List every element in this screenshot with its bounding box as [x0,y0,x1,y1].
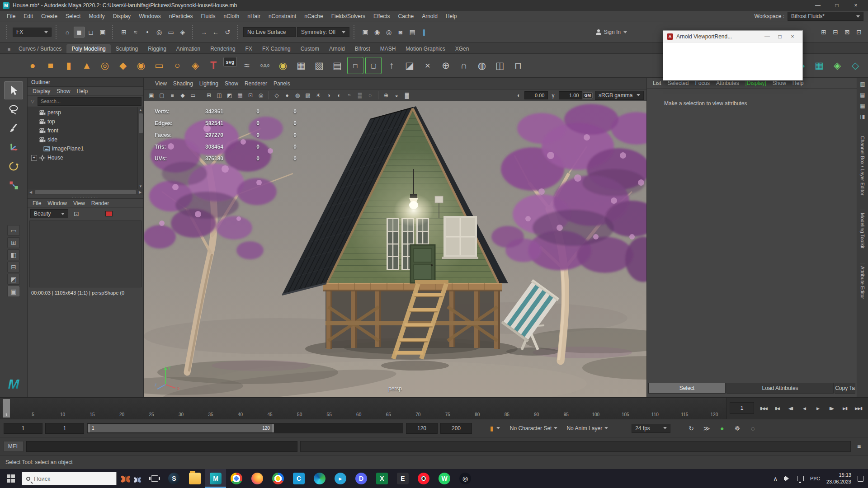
grid-icon[interactable]: ⊞ [204,90,214,100]
range-slider-handle[interactable]: 1 120 [88,424,274,432]
attribute-editor-menu-item[interactable]: [Display] [742,80,769,86]
firefox[interactable] [247,469,268,488]
menu-item[interactable]: Modify [85,11,108,22]
film-gate-icon[interactable]: ◫ [214,90,224,100]
menu-item[interactable]: nParticles [165,11,197,22]
menu-item[interactable]: Windows [135,11,165,22]
snap-to-grid-icon[interactable]: ⊞ [118,27,129,38]
menu-item[interactable]: Edit [19,11,37,22]
shelf-tab[interactable]: Poly Modeling [66,44,110,53]
multi-cut-icon[interactable]: × [420,57,436,74]
scale-tool[interactable] [4,176,23,194]
close-button[interactable]: × [846,0,865,11]
remesh-icon[interactable]: ▦ [811,57,827,74]
obs[interactable]: ◎ [455,469,476,488]
outliner-menu-item[interactable]: Help [73,88,91,94]
menu-item[interactable]: Fields/Solvers [327,11,369,22]
clock[interactable]: 15:13 23.06.2023 [826,472,851,485]
menu-item[interactable]: Select [61,11,85,22]
display-mode-dropdown[interactable]: Beauty [30,209,68,218]
ssao-icon[interactable]: ◐ [334,90,344,100]
expander-icon[interactable] [31,128,37,134]
expander-icon[interactable] [31,110,37,116]
network-icon[interactable] [797,476,804,481]
curve-display-icon[interactable]: ⊟ [830,27,841,38]
persp-outliner-layout-button[interactable]: ◧ [7,249,20,260]
toggle-channel-box-icon[interactable]: ▥ [858,80,867,89]
menu-item[interactable]: Create [37,11,61,22]
vs-code[interactable]: C [288,469,309,488]
poly-pyramid-icon[interactable]: ◆ [115,57,131,74]
svg-tool-icon[interactable]: svg [223,57,237,67]
animation-start-field[interactable]: 1 [4,423,42,434]
use-all-lights-icon[interactable]: ☀ [313,90,323,100]
render-view-menu-item[interactable]: View [70,200,88,206]
mute-animation-icon[interactable]: ◌ [747,423,758,434]
highlight-selection-icon[interactable]: ▣ [97,27,108,38]
poly-cone-icon[interactable]: ▲ [79,57,95,74]
excel[interactable]: X [372,469,392,488]
view-transform-icon[interactable]: GM [583,92,593,99]
select-by-object-icon[interactable]: ◼ [74,27,85,38]
mirror-icon[interactable]: ◫ [492,57,508,74]
language-indicator[interactable]: РУС [810,476,820,481]
menu-item[interactable]: nCloth [220,11,244,22]
image-plane-icon[interactable]: ▭ [188,90,198,100]
shelf-tab[interactable]: Curves / Surfaces [14,44,66,53]
extrude-icon[interactable]: ↑ [383,57,400,74]
shelf-tab[interactable]: Bifrost [350,44,375,53]
pause-viewport-icon[interactable]: ∥ [419,27,429,38]
render-view-menu-item[interactable]: File [29,200,44,206]
render-current-frame-icon[interactable]: ◉ [372,27,382,38]
range-slider[interactable]: 1 120 [87,423,403,433]
expander-icon[interactable] [31,119,37,125]
viewport-menu-item[interactable]: Lighting [196,80,222,87]
anim-layer-dropdown[interactable]: No Anim Layer [566,425,608,432]
play-forwards-button[interactable]: ▶ [811,402,825,415]
make-live-icon[interactable]: ◈ [177,27,188,38]
snap-to-curve-icon[interactable]: ≈ [130,27,141,38]
reduce-icon[interactable]: ◇ [847,57,863,74]
menu-item[interactable]: nCache [300,11,327,22]
menu-item[interactable]: Help [442,11,461,22]
animation-preferences-icon[interactable]: ☸ [732,423,743,434]
shelf-tab[interactable]: FX [241,44,257,53]
input-connections-icon[interactable]: → [198,27,209,38]
grip-handle[interactable] [192,25,194,39]
expander-icon[interactable] [36,146,42,152]
shelf-tab[interactable]: Rigging [143,44,171,53]
target-weld-icon[interactable]: ⊕ [438,57,454,74]
range-pin-icon[interactable]: ▮ [490,425,494,432]
opera[interactable]: O [413,469,434,488]
snap-to-point-icon[interactable]: • [142,27,153,38]
grip-handle[interactable] [237,25,239,39]
sculpt-tool-icon[interactable]: ◉ [275,57,291,74]
render-view-canvas[interactable] [29,221,142,287]
playback-start-field[interactable]: 1 [45,423,84,434]
outliner-menu-item[interactable]: Display [29,88,53,94]
character-set-dropdown[interactable]: No Character Set [510,425,558,432]
safe-action-icon[interactable]: ◎ [256,90,266,100]
poly-sphere-icon[interactable]: ● [24,57,41,74]
attribute-editor-menu-item[interactable]: Help [789,80,807,86]
poly-cube-icon[interactable]: ■ [42,57,59,74]
smooth-shade-icon[interactable]: ● [282,90,292,100]
menu-item[interactable]: Display [109,11,135,22]
bevel-icon[interactable]: ◪ [401,57,418,74]
shelf-tab[interactable]: Rendering [205,44,240,53]
paint-skin-weights-icon[interactable]: ▢ [365,57,382,74]
steam[interactable]: S [164,469,184,488]
menu-item[interactable]: nHair [243,11,264,22]
gamma-icon[interactable]: γ [548,90,558,100]
grip-handle[interactable] [6,25,9,39]
render-view-menu-item[interactable]: Render [88,200,112,206]
multisample-icon[interactable]: ⊕ [381,90,391,100]
xray-icon[interactable]: ▒ [355,90,365,100]
scrollbar-thumb[interactable] [139,113,143,133]
step-back-key-button[interactable]: ◀▮ [784,402,797,415]
outliner-item[interactable]: + House [28,153,143,162]
sign-in-button[interactable]: Sign In [596,29,627,35]
poly-torus-icon[interactable]: ◎ [97,57,113,74]
search-input[interactable] [38,97,142,106]
go-to-end-button[interactable]: ▶▶▮ [852,402,865,415]
